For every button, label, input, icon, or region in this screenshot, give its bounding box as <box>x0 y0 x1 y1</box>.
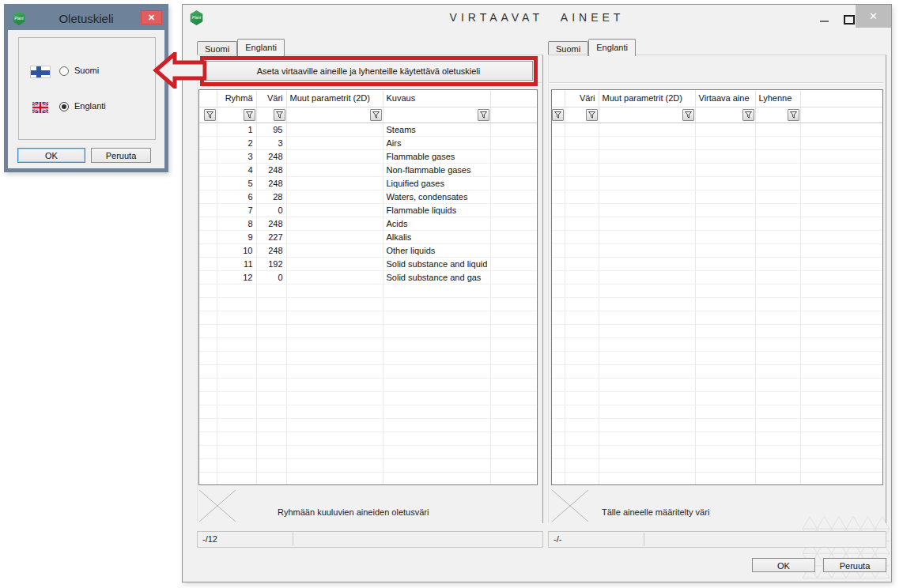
table-cell[interactable] <box>199 231 217 244</box>
filter-cell[interactable] <box>755 107 800 123</box>
table-cell[interactable] <box>286 123 383 137</box>
table-cell[interactable]: Non-flammable gases <box>383 164 490 177</box>
table-cell[interactable]: 9 <box>217 231 256 244</box>
filter-cell[interactable] <box>383 107 490 123</box>
table-cell[interactable]: 8 <box>217 217 256 231</box>
table-cell[interactable]: 248 <box>256 177 286 190</box>
column-header-kuvaus[interactable]: Kuvaus <box>383 90 490 107</box>
table-cell[interactable]: 12 <box>217 271 256 285</box>
filter-button[interactable] <box>244 109 255 121</box>
table-cell[interactable]: Liquified gases <box>383 177 490 190</box>
filter-button[interactable] <box>586 109 598 121</box>
table-row[interactable]: 4248Non-flammable gases <box>199 164 537 177</box>
table-cell[interactable] <box>490 190 537 204</box>
table-cell[interactable]: 0 <box>256 271 286 285</box>
filter-button[interactable] <box>274 109 285 121</box>
close-icon[interactable]: ✕ <box>856 5 891 28</box>
close-icon[interactable]: ✕ <box>141 10 162 24</box>
table-cell[interactable]: 192 <box>256 258 286 271</box>
maximize-icon[interactable] <box>844 15 855 24</box>
table-cell[interactable] <box>490 271 537 285</box>
table-cell[interactable]: 248 <box>256 244 286 258</box>
radio-englanti[interactable] <box>59 102 69 111</box>
column-header-vari[interactable]: Väri <box>256 90 286 107</box>
language-option-suomi[interactable]: Suomi <box>19 65 155 81</box>
table-row[interactable]: 23Airs <box>199 137 537 150</box>
filter-cell[interactable] <box>565 107 599 123</box>
filter-cell[interactable] <box>217 107 256 123</box>
table-cell[interactable] <box>199 258 217 271</box>
table-row[interactable]: 5248Liquified gases <box>199 177 537 190</box>
table-row[interactable]: 9227Alkalis <box>199 231 537 244</box>
filter-button[interactable] <box>204 109 216 121</box>
table-cell[interactable] <box>490 150 537 164</box>
ok-button[interactable]: OK <box>752 558 815 572</box>
filter-cell[interactable] <box>695 107 755 123</box>
table-cell[interactable] <box>286 244 383 258</box>
table-cell[interactable]: Airs <box>383 137 490 150</box>
table-cell[interactable]: 28 <box>256 190 286 204</box>
table-cell[interactable]: 0 <box>256 204 286 217</box>
table-cell[interactable] <box>286 258 383 271</box>
table-cell[interactable]: 10 <box>217 244 256 258</box>
column-header-muut[interactable]: Muut parametrit (2D) <box>599 90 695 107</box>
table-cell[interactable]: Flammable liquids <box>383 204 490 217</box>
table-cell[interactable] <box>490 177 537 190</box>
table-row[interactable]: 70Flammable liquids <box>199 204 537 217</box>
table-cell[interactable] <box>199 244 217 258</box>
filter-cell[interactable] <box>199 107 217 123</box>
table-cell[interactable] <box>286 150 383 164</box>
table-cell[interactable]: 2 <box>217 137 256 150</box>
column-header-ryhma[interactable]: Ryhmä <box>217 90 256 107</box>
table-cell[interactable]: 248 <box>256 150 286 164</box>
table-cell[interactable]: 4 <box>217 164 256 177</box>
filter-cell[interactable] <box>256 107 286 123</box>
table-cell[interactable] <box>490 204 537 217</box>
tab-englanti[interactable]: Englanti <box>237 39 285 56</box>
table-cell[interactable]: Waters, condensates <box>383 190 490 204</box>
filter-button[interactable] <box>370 109 382 121</box>
table-cell[interactable] <box>490 244 537 258</box>
table-cell[interactable]: 227 <box>256 231 286 244</box>
table-cell[interactable] <box>490 231 537 244</box>
table-cell[interactable] <box>199 190 217 204</box>
table-cell[interactable] <box>286 204 383 217</box>
table-cell[interactable] <box>199 217 217 231</box>
table-cell[interactable] <box>286 190 383 204</box>
table-cell[interactable] <box>199 123 217 137</box>
table-cell[interactable] <box>199 177 217 190</box>
set-default-language-button[interactable]: Aseta virtaaville aineille ja lyhenteill… <box>204 61 533 81</box>
table-row[interactable]: 3248Flammable gases <box>199 150 537 164</box>
table-cell[interactable]: Other liquids <box>383 244 490 258</box>
table-cell[interactable]: 6 <box>217 190 256 204</box>
filter-cell[interactable] <box>552 107 565 123</box>
table-cell[interactable]: 248 <box>256 217 286 231</box>
filter-button[interactable] <box>552 109 564 121</box>
tab-englanti[interactable]: Englanti <box>588 39 636 56</box>
filter-cell[interactable] <box>599 107 695 123</box>
table-cell[interactable] <box>199 204 217 217</box>
table-row[interactable]: 628Waters, condensates <box>199 190 537 204</box>
language-option-englanti[interactable]: Englanti <box>19 100 155 116</box>
table-cell[interactable]: 248 <box>256 164 286 177</box>
table-cell[interactable]: Solid substance and liquid <box>383 258 490 271</box>
table-cell[interactable] <box>490 123 537 137</box>
table-cell[interactable]: 5 <box>217 177 256 190</box>
table-cell[interactable] <box>490 164 537 177</box>
table-cell[interactable] <box>286 271 383 285</box>
table-cell[interactable] <box>490 258 537 271</box>
column-header-vari[interactable]: Väri <box>565 90 599 107</box>
cancel-button[interactable]: Peruuta <box>823 558 886 572</box>
dialog-ok-button[interactable]: OK <box>17 148 85 163</box>
table-cell[interactable]: Alkalis <box>383 231 490 244</box>
table-row[interactable]: 11192Solid substance and liquid <box>199 258 537 271</box>
table-row[interactable]: 195Steams <box>199 123 537 137</box>
table-cell[interactable]: Flammable gases <box>383 150 490 164</box>
table-cell[interactable] <box>286 137 383 150</box>
column-header-virtaava[interactable]: Virtaava aine <box>695 90 755 107</box>
filter-cell[interactable] <box>286 107 383 123</box>
table-cell[interactable] <box>490 137 537 150</box>
filter-button[interactable] <box>788 109 799 121</box>
filter-button[interactable] <box>478 109 489 121</box>
table-cell[interactable] <box>286 164 383 177</box>
